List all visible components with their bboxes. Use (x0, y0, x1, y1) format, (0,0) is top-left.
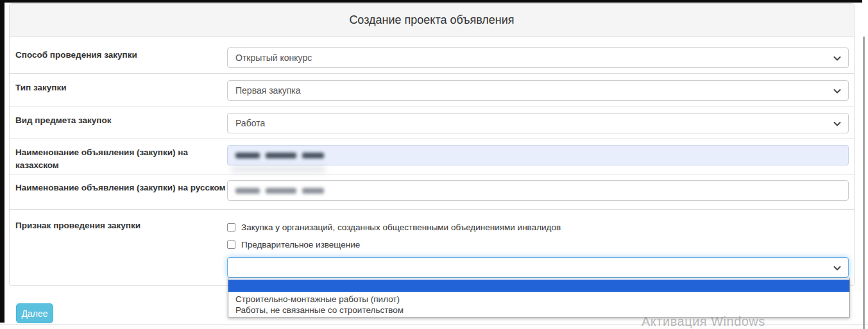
screenshot-left-edge (0, 0, 4, 323)
chevron-down-icon (833, 87, 842, 96)
redacted-text-blur (235, 188, 260, 194)
dropdown-option-empty[interactable] (228, 280, 849, 292)
work-type-select[interactable] (227, 257, 849, 278)
checkbox-icon[interactable] (227, 240, 235, 249)
procurement-method-select[interactable]: Открытый конкурс (227, 47, 849, 68)
name-kazakh-label: Наименование объявления (закупки) на каз… (15, 145, 227, 173)
windows-activation-watermark: Активация Windows (642, 314, 808, 329)
redacted-text-blur (266, 188, 296, 194)
redacted-text-blur (302, 188, 324, 194)
page-title: Создание проекта объявления (349, 13, 514, 27)
redacted-text-blur (302, 153, 324, 158)
select-value: Первая закупка (235, 85, 300, 96)
announcement-form-panel: Создание проекта объявления Способ прове… (9, 3, 855, 286)
procurement-method-label: Способ проведения закупки (15, 47, 227, 62)
redacted-text-blur (266, 153, 296, 158)
panel-header: Создание проекта объявления (10, 4, 854, 37)
form-row-procurement-sign: Признак проведения закупки Закупка у орг… (10, 210, 854, 286)
select-value: Открытый конкурс (235, 53, 312, 63)
procurement-type-select[interactable]: Первая закупка (227, 80, 849, 101)
checkbox-label: Закупка у организаций, созданных обществ… (241, 223, 561, 232)
subject-kind-select[interactable]: Работа (227, 113, 849, 133)
form-row-procurement-method: Способ проведения закупки Открытый конку… (10, 37, 854, 74)
subject-kind-label: Вид предмета закупок (15, 113, 227, 127)
checkbox-icon[interactable] (227, 223, 235, 232)
name-russian-label: Наименование объявления (закупки) на рус… (15, 180, 227, 194)
form-row-name-russian: Наименование объявления (закупки) на рус… (10, 174, 854, 210)
screenshot-top-edge (0, 0, 862, 3)
checkbox-label: Предварительное извещение (241, 240, 360, 249)
name-kazakh-input[interactable] (227, 145, 849, 165)
chevron-down-icon (833, 119, 842, 128)
vertical-scrollbar[interactable] (863, 37, 865, 329)
procurement-type-label: Тип закупки (15, 80, 227, 94)
chevron-down-icon (833, 54, 842, 63)
dropdown-option[interactable]: Строительно-монтажные работы (пилот) (228, 294, 849, 305)
next-button[interactable]: Далее (16, 303, 53, 323)
work-type-dropdown-list: Строительно-монтажные работы (пилот) Раб… (228, 278, 850, 317)
checkbox-preliminary-notice[interactable]: Предварительное извещение (227, 240, 849, 249)
checkbox-disabled-orgs[interactable]: Закупка у организаций, созданных обществ… (227, 223, 849, 232)
procurement-sign-label: Признак проведения закупки (15, 218, 227, 232)
redaction-smudge (231, 166, 326, 173)
redacted-text-blur (235, 153, 260, 158)
chevron-down-icon (833, 264, 842, 273)
form-row-procurement-type: Тип закупки Первая закупка (10, 74, 854, 106)
form-row-subject-kind: Вид предмета закупок Работа (10, 106, 854, 139)
select-value: Работа (235, 118, 265, 128)
form-row-name-kazakh: Наименование объявления (закупки) на каз… (10, 139, 854, 174)
name-russian-input[interactable] (227, 180, 849, 201)
